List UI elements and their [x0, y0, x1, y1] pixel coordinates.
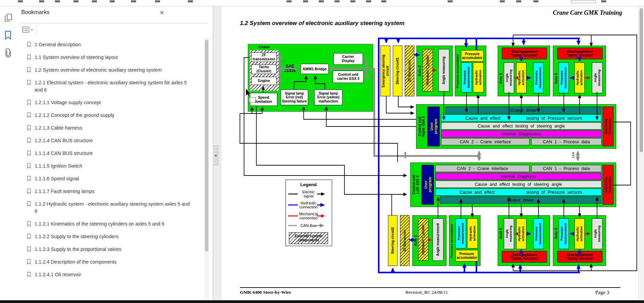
amm1-bridge-box: AMM1 Bridge [301, 64, 329, 74]
bookmark-item[interactable]: 1.2.1 Electrical system - electronic aux… [27, 76, 200, 96]
toolbar-icon[interactable] [92, 0, 97, 2]
bookmark-item[interactable]: 1.2.1.3 Cable harness [27, 122, 200, 134]
bookmarks-icon[interactable] [4, 30, 12, 42]
page-thumbnails-icon[interactable] [4, 13, 13, 24]
esx5-user-program: User program [427, 107, 440, 146]
collapse-panel-icon[interactable]: ◀ [213, 145, 218, 165]
pressure-measurement-axle5-top: Pressure measurement [533, 62, 544, 93]
hydraulic-activation-axle5-top: Hydraulic activation [516, 62, 526, 93]
taskbar-edge [0, 300, 644, 303]
can-bus-label: CAN [404, 152, 407, 158]
esx4-label: Control unit Left: ESX 4 [411, 164, 421, 206]
signal-lamp-yellow-box: Signal lamp Error (yellow) malfunction [314, 89, 342, 105]
hydraulic-activation-bottom-box: Hydraulic activation [467, 218, 478, 249]
bookmark-item[interactable]: 1.2.1.2 Concept of the ground supply [27, 109, 200, 122]
esx4-cause-effect-angle-row: Cause and effect testing of steering ang… [435, 181, 602, 188]
toolbar-icon[interactable] [601, 0, 606, 2]
toolbar-icon[interactable] [110, 0, 115, 2]
esx5-output-driver-row: Output driver [446, 107, 602, 114]
bookmark-item[interactable]: 1.2.1.1 Voltage supply concept [27, 96, 200, 109]
pressure-measurement-top-box: Pressure measurement [461, 62, 472, 93]
disengagement-box-axle5-bottom: Disengagement "Safety function" [502, 251, 547, 263]
toolbar-icon[interactable] [73, 0, 78, 2]
toolbar-icon[interactable] [448, 0, 453, 2]
bookmark-item[interactable]: 1.1 System overview of steering layout [27, 51, 200, 64]
footer-rule [240, 287, 620, 288]
bookmark-item[interactable]: 1.1.1.4 CAN BUS structure [27, 147, 200, 160]
bookmark-item[interactable]: 1.1.1.6 Speed signal [27, 172, 200, 185]
toolbar-icon[interactable] [319, 0, 324, 2]
footer-center: Revision_RC 24/08/11 [405, 290, 448, 295]
zf-transmission-box: ZF transmission [251, 52, 277, 62]
bookmarks-panel-title: Bookmarks [21, 9, 50, 15]
legend-mechanical-label: Mechanical connection [296, 212, 320, 220]
axle1-label: Axle 1 [413, 217, 418, 265]
esx5-can1-row: CAN 1 - Process data [531, 138, 602, 145]
mouse-cursor [245, 88, 252, 99]
legend-hydraulic-label: Hydraulic connection [296, 201, 320, 209]
legend-electric-label: Electric signal [296, 190, 320, 198]
panel-scrollbar-thumb[interactable] [205, 40, 208, 252]
hydraulic-cylinder-bottom-box: Hydraulic Cylinder [418, 218, 428, 261]
signal-lamp-red-box: Signal lamp Error (red) Steering failure [281, 89, 308, 105]
tacho-cluster-box: Tacho (Cluster) [251, 64, 277, 74]
bookmark-item[interactable]: 1.1.2.1 Kinematics of the steering cylin… [27, 218, 200, 230]
toolbar-icon[interactable] [155, 0, 160, 2]
toolbar-icon[interactable] [500, 0, 505, 2]
steering-circuit1-box: Steering circuit1 [393, 46, 402, 96]
zoom-level-box[interactable] [571, 0, 596, 3]
bookmark-item[interactable]: 1.2 System overview of electronic auxili… [27, 64, 200, 76]
toolbar-icon[interactable] [533, 0, 538, 2]
emergency-steering-circuit-box: Emergency steering circuit [380, 46, 390, 96]
bookmark-options-button[interactable]: ▾ [22, 25, 37, 34]
document-scrollbar-thumb[interactable] [640, 8, 643, 152]
attachments-icon[interactable] [4, 48, 12, 60]
panel-header-divider [20, 23, 208, 23]
hydraulic-cylinder-top-box: Hydraulic Cylinder [423, 49, 433, 92]
toolbar-icon[interactable] [516, 0, 521, 2]
panel-toolbar-separator [36, 24, 36, 36]
bookmark-item[interactable]: 1.1.2.4.1 Oil reservoir [27, 268, 200, 281]
pressure-measurement-bottom-box: Pressure measurement [455, 218, 466, 249]
esx5-watchdog: Watchdog Evaluation [603, 107, 613, 146]
esx4-output-driver-row: Output driver [440, 196, 602, 204]
toolbar-icon[interactable] [366, 0, 371, 2]
bookmark-item[interactable]: 1.1.2 Hydraulic system - electronic auxi… [27, 198, 200, 218]
bookmark-item[interactable]: 1 General description [27, 38, 200, 51]
toolbar-icon[interactable] [303, 0, 308, 2]
axle5-label-top: Axle 5 [498, 62, 503, 95]
toolbar-icon[interactable] [131, 0, 136, 2]
angle-measuring-top-box: Angle measuring [438, 49, 449, 92]
hydraulic-activation-axle6-top: Hydraulic activation [574, 62, 585, 93]
bookmark-item[interactable]: 1.1.1.7 Fault warning lamps [27, 185, 200, 198]
toolbar-icon[interactable] [350, 0, 355, 2]
toolbar-strip [0, 0, 644, 6]
bookmark-item[interactable]: 1.1.1.5 Ignition Switch [27, 160, 200, 172]
bookmark-item[interactable]: 1.1.2.3 Supply to the proportional valve… [27, 243, 200, 256]
toolbar-icon[interactable] [287, 0, 292, 2]
toolbar-icon[interactable] [55, 0, 60, 2]
chevron-down-icon: ▾ [31, 28, 33, 32]
angle-measuring-axle6-top: Angle measuring [592, 62, 603, 93]
toolbar-icon[interactable] [39, 0, 44, 2]
toolbar-icon[interactable] [18, 0, 23, 2]
axle6-label-top: Axle 6 [553, 62, 559, 95]
toolbar-icon[interactable] [335, 0, 340, 2]
page-title: 1.2 System overview of electronic auxili… [240, 20, 404, 27]
bookmark-item[interactable]: 1.1.2.2 Supply to the steering cylinders [27, 230, 200, 243]
pressure-accumulator-box-bottom: Pressure accumulator [455, 250, 478, 262]
esx4-watchdog: Watchdog Evaluation [603, 165, 613, 205]
legend-external-box: External system components [289, 232, 328, 244]
pressure-accumulator-group-label: Pressure accumulator [455, 47, 460, 95]
bookmark-item[interactable]: 1.2.1.4 CAN BUS structure [27, 134, 200, 147]
crane-label: Crane [252, 45, 276, 49]
close-panel-icon[interactable]: ✕ [160, 10, 164, 16]
hydraulic-activation-axle6-bottom: Hydraulic activation [574, 218, 585, 249]
bookmark-item[interactable]: 1.1.2.4 Description of the components [27, 256, 200, 268]
page-header: Crane Care GMK Training [504, 9, 622, 16]
esx4-cause-effect-pressure-row: Cause and effecttesting of Pressure sens… [435, 189, 602, 196]
toolbar-icon[interactable] [381, 0, 386, 2]
toolbar-icon[interactable] [188, 0, 193, 2]
angle-measuring-axle5-top: Angle measuring [504, 62, 514, 93]
pressure-measurement-axle5-bottom: Pressure measurement [533, 218, 544, 249]
